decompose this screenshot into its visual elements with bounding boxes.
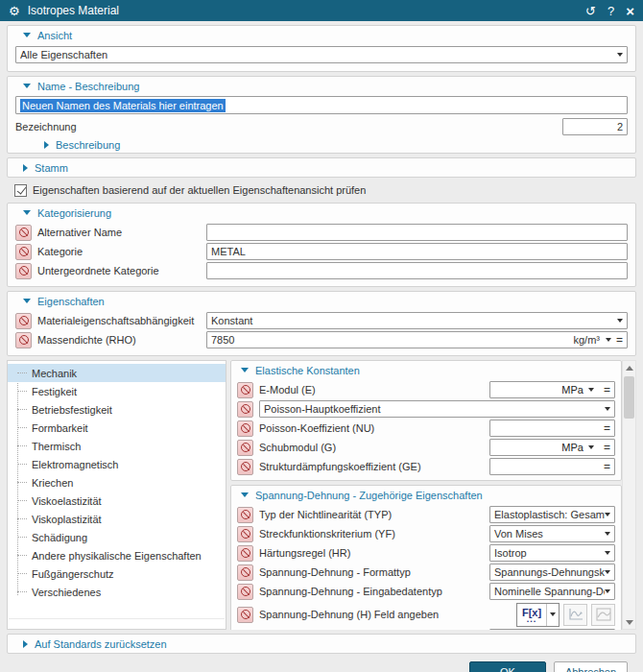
prohibit-button[interactable] xyxy=(15,313,32,329)
tree-item[interactable]: Viskoplastizität xyxy=(8,510,226,528)
group-header-ansicht[interactable]: Ansicht xyxy=(8,26,635,44)
yield-function-select[interactable]: Von Mises xyxy=(489,525,615,542)
hardening-rule-select[interactable]: Isotrop xyxy=(489,544,615,562)
property-label: E-Modul (E) xyxy=(259,384,489,396)
chevron-down-icon xyxy=(605,532,610,536)
input-data-type-select[interactable]: Nominelle Spannung-Dehnung xyxy=(489,583,615,600)
density-input[interactable]: 7850 kg/m³ = xyxy=(206,331,628,348)
format-type-select[interactable]: Spannungs-Dehnungskurve xyxy=(489,564,615,581)
prohibit-button[interactable] xyxy=(15,332,32,348)
tree-item[interactable]: Elektromagnetisch xyxy=(8,455,226,473)
tree-item[interactable]: Betriebsfestigkeit xyxy=(8,400,226,419)
tree-item[interactable]: Formbarkeit xyxy=(8,419,226,437)
prohibit-button[interactable] xyxy=(237,545,253,562)
schubmodul-input[interactable]: MPa = xyxy=(489,439,615,456)
collapse-triangle-icon xyxy=(241,368,249,372)
subcategory-input[interactable] xyxy=(206,262,628,279)
category-input[interactable]: METAL xyxy=(206,243,628,260)
prohibit-button[interactable] xyxy=(237,584,253,600)
fx-field-button[interactable]: F[x] ... xyxy=(516,603,560,627)
group-ansicht: Ansicht Alle Eigenschaften xyxy=(7,25,636,72)
scroll-down-button[interactable] xyxy=(623,615,635,629)
group-header-reset[interactable]: Auf Standards zurücksetzen xyxy=(8,635,635,653)
tree-empty-row xyxy=(9,619,225,630)
formula-equals-icon: = xyxy=(604,461,610,472)
prohibit-icon xyxy=(19,266,29,276)
vertical-scrollbar[interactable] xyxy=(622,360,636,630)
group-title: Kategorisierung xyxy=(37,207,111,219)
tree-item[interactable]: Andere physikalische Eigenschaften xyxy=(8,546,226,564)
poisson-main-select[interactable]: Poisson-Hauptkoeffizient xyxy=(259,400,615,418)
tree-item[interactable]: Fußgängerschutz xyxy=(8,564,226,583)
select-value: Isotrop xyxy=(494,547,605,559)
cancel-button[interactable]: Abbrechen xyxy=(554,661,628,672)
plot-graph-button[interactable] xyxy=(563,604,587,626)
group-header-kategorisierung[interactable]: Kategorisierung xyxy=(8,204,635,222)
prohibit-button[interactable] xyxy=(237,440,253,456)
formula-equals-icon: = xyxy=(616,334,623,346)
gear-icon: ⚙ xyxy=(9,5,20,17)
group-header-elastic[interactable]: Elastische Konstanten xyxy=(231,361,621,379)
group-stress-strain: Spannung-Dehnung - Zugehörige Eigenschaf… xyxy=(230,485,622,630)
nonlinearity-type-select[interactable]: Elastoplastisch: Gesamtspannung xyxy=(489,506,615,523)
isotropic-material-dialog: ⚙ Isotropes Material ↺ ? × Ansicht Alle … xyxy=(0,0,643,672)
struktur-input[interactable]: = xyxy=(489,458,615,475)
property-label: Typ der Nichtlinearität (TYP) xyxy=(259,509,489,520)
checkbox-checked[interactable] xyxy=(14,184,27,197)
group-title: Eigenschaften xyxy=(37,296,105,307)
tree-item[interactable]: Verschiedenes xyxy=(8,583,226,601)
prohibit-button[interactable] xyxy=(237,607,253,623)
scrollbar-thumb[interactable] xyxy=(624,376,634,419)
tree-item[interactable]: Kriechen xyxy=(8,473,226,492)
property-row: Spannung-Dehnung - Eingabedatentyp Nomin… xyxy=(237,583,615,600)
chevron-down-icon xyxy=(605,589,610,593)
group-header-beschreibung[interactable]: Beschreibung xyxy=(8,136,635,153)
group-title: Elastische Konstanten xyxy=(255,365,360,376)
chevron-down-icon xyxy=(550,612,556,616)
limit-input[interactable]: MPa = xyxy=(489,629,615,630)
material-name-selected-text: Neuen Namen des Materials hier eintragen xyxy=(20,99,226,112)
tree-item[interactable]: Schädigung xyxy=(8,528,226,546)
tree-item[interactable]: Festigkeit xyxy=(8,382,226,400)
view-graph-button[interactable] xyxy=(591,604,615,626)
close-icon[interactable]: × xyxy=(626,4,634,18)
tree-item[interactable]: Mechanik xyxy=(8,364,226,382)
prohibit-button[interactable] xyxy=(237,507,253,523)
ok-button[interactable]: OK xyxy=(469,661,546,672)
group-header-stamm[interactable]: Stamm xyxy=(8,158,635,177)
group-header-stress-strain[interactable]: Spannung-Dehnung - Zugehörige Eigenschaf… xyxy=(231,486,621,504)
group-title: Auf Standards zurücksetzen xyxy=(35,638,167,650)
dependency-select[interactable]: Konstant xyxy=(206,312,628,329)
emodul-input[interactable]: MPa = xyxy=(489,381,615,398)
scroll-up-button[interactable] xyxy=(623,361,635,374)
fx-dropdown-button[interactable] xyxy=(546,604,559,626)
view-select[interactable]: Alle Eigenschaften xyxy=(15,46,628,63)
prohibit-button[interactable] xyxy=(15,225,32,241)
reset-icon[interactable]: ↺ xyxy=(585,5,596,17)
prohibit-icon xyxy=(241,385,250,395)
help-icon[interactable]: ? xyxy=(607,5,614,17)
prohibit-button[interactable] xyxy=(237,630,253,631)
group-title: Stamm xyxy=(35,162,68,174)
chevron-down-icon xyxy=(617,319,623,323)
property-row: Materialeigenschaftsabhängigkeit Konstan… xyxy=(15,312,628,329)
prohibit-button[interactable] xyxy=(237,401,253,418)
prohibit-button[interactable] xyxy=(237,420,253,437)
prohibit-button[interactable] xyxy=(237,526,253,542)
prohibit-button[interactable] xyxy=(237,459,253,475)
prohibit-button[interactable] xyxy=(15,263,32,279)
prohibit-icon xyxy=(241,510,250,519)
prohibit-button[interactable] xyxy=(237,382,253,398)
group-header-eigenschaften[interactable]: Eigenschaften xyxy=(8,292,635,310)
select-value: Poisson-Hauptkoeffizient xyxy=(264,403,605,415)
group-header-name[interactable]: Name - Beschreibung xyxy=(8,77,635,95)
bezeichnung-input[interactable]: 2 xyxy=(562,118,628,135)
material-name-input[interactable]: Neuen Namen des Materials hier eintragen xyxy=(15,96,628,114)
tree-item[interactable]: Thermisch xyxy=(8,437,226,455)
prohibit-button[interactable] xyxy=(15,244,32,260)
poisson-nu-input[interactable]: = xyxy=(489,420,615,437)
prohibit-button[interactable] xyxy=(237,564,253,581)
group-title: Spannung-Dehnung - Zugehörige Eigenschaf… xyxy=(255,490,483,501)
tree-item[interactable]: Viskoelastizität xyxy=(8,492,226,510)
alternative-name-input[interactable] xyxy=(206,224,628,241)
